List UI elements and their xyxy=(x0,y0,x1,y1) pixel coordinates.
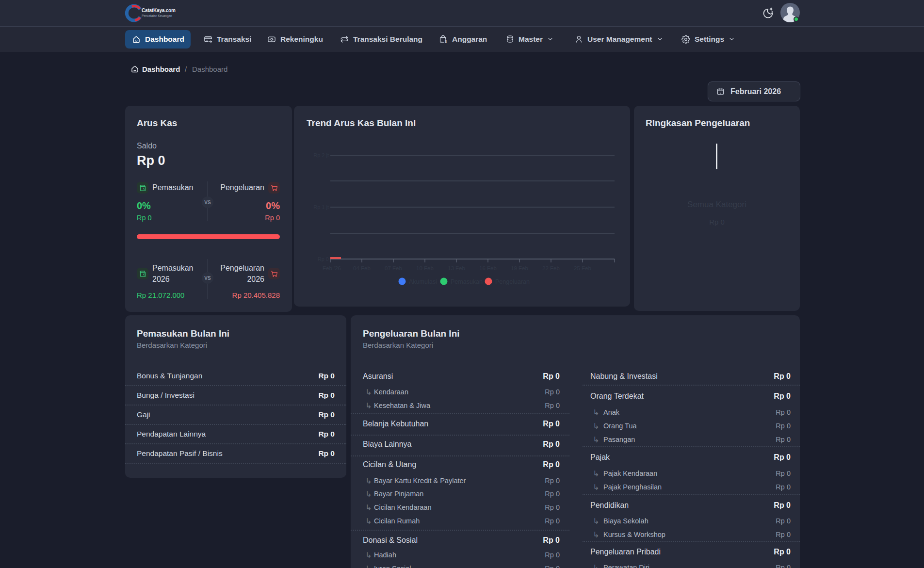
svg-text:22 Feb: 22 Feb xyxy=(542,265,560,271)
svg-text:13 Feb: 13 Feb xyxy=(448,265,465,271)
svg-text:Rp 1 jt: Rp 1 jt xyxy=(313,204,329,210)
svg-text:25 Feb: 25 Feb xyxy=(574,265,591,271)
svg-text:Rp 0: Rp 0 xyxy=(318,256,329,262)
svg-text:19 Feb: 19 Feb xyxy=(511,265,528,271)
svg-text:07 Feb: 07 Feb xyxy=(385,265,402,271)
svg-text:10 Feb: 10 Feb xyxy=(416,265,434,271)
svg-text:Akumulasi: Akumulasi xyxy=(409,278,437,285)
svg-text:Feb '26: Feb '26 xyxy=(323,265,341,271)
svg-text:Rp 2 jt: Rp 2 jt xyxy=(313,152,329,158)
svg-text:$: $ xyxy=(445,39,447,43)
svg-text:04 Feb: 04 Feb xyxy=(353,265,371,271)
svg-text:Pemasukan: Pemasukan xyxy=(451,278,483,285)
svg-text:16 Feb: 16 Feb xyxy=(479,265,497,271)
svg-text:Pengeluaran: Pengeluaran xyxy=(495,278,530,285)
